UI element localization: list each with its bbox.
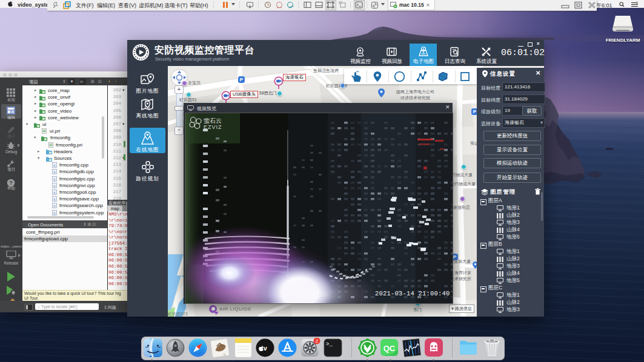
svg-text:2021-03-14 21:00:40: 2021-03-14 21:00:40 [375,290,450,297]
svg-text:>_: >_ [326,341,333,347]
svg-text:c: c [54,204,56,208]
svg-text:EZVIZ: EZVIZ [204,124,222,130]
svg-text:c: c [54,197,56,201]
svg-text:c: c [54,191,56,194]
svg-text:2: 2 [316,338,319,344]
svg-text:c: c [54,184,56,188]
svg-text:c: c [54,211,56,215]
svg-text:c: c [54,163,56,167]
svg-text:?: ? [9,180,13,186]
svg-text:QC: QC [383,344,396,353]
svg-text:c: c [54,170,56,174]
svg-text:萤石云: 萤石云 [204,117,222,124]
svg-text:c: c [54,177,56,181]
